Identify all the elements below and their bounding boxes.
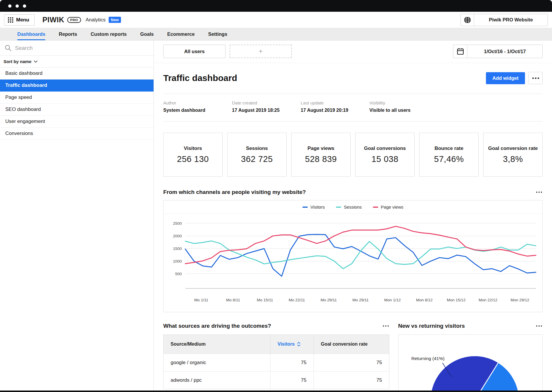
y-axis-tick-label: 2000 <box>173 234 182 238</box>
x-axis-tick-label: Mon 1/12 <box>384 298 400 302</box>
cell-source: google / organic <box>164 360 270 366</box>
meta-value-date-created: 17 August 2019 18:25 <box>232 108 301 113</box>
cell-visitors: 75 <box>270 354 313 371</box>
column-header-source-medium[interactable]: Source/Medium <box>164 342 270 347</box>
divider <box>163 121 543 121</box>
legend-item-sessions[interactable]: Sessions <box>336 205 362 209</box>
line-chart-card: VisitorsSessionsPage views 5001000150020… <box>163 200 543 312</box>
kpi-label: Visitors <box>184 145 202 151</box>
new-badge: New <box>109 17 121 23</box>
sources-section-title: What sources are driving the outcomes? <box>163 323 271 329</box>
sidebar-item-user-engagement[interactable]: User engagement <box>0 116 154 128</box>
kpi-value: 528 839 <box>305 154 337 164</box>
legend-item-page-views[interactable]: Page views <box>373 205 403 209</box>
new-vs-returning-pie-chart[interactable]: Returning (41%) <box>398 335 542 392</box>
window-titlebar <box>0 0 552 12</box>
search-icon <box>5 45 11 51</box>
brand-wordmark: PIWIK <box>42 16 64 24</box>
kpi-value: 15 038 <box>371 154 398 164</box>
menu-label: Menu <box>16 17 29 23</box>
chevron-down-icon <box>34 59 38 63</box>
dashboard-options-button[interactable] <box>529 72 543 84</box>
globe-icon <box>461 14 474 26</box>
divider <box>163 94 543 94</box>
window-close-icon[interactable] <box>8 4 11 8</box>
window-maximize-icon[interactable] <box>23 4 26 8</box>
kpi-card-visitors: Visitors 256 130 <box>163 133 223 177</box>
sidebar-item-basic-dashboard[interactable]: Basic dashboard <box>0 67 154 80</box>
kpi-value: 3,8% <box>503 154 523 164</box>
kpi-value: 256 130 <box>177 154 209 164</box>
meta-value-visibility: Visible to all users <box>369 108 438 113</box>
window-minimize-icon[interactable] <box>16 4 19 8</box>
sources-table: Source/Medium Visitors Goa <box>163 334 389 389</box>
x-axis-tick-label: Mon 29/12 <box>511 298 529 302</box>
kpi-label: Sessions <box>246 145 268 151</box>
tab-custom-reports[interactable]: Custom reports <box>91 28 127 40</box>
kpi-cards: Visitors 256 130 Sessions 362 725 Page v… <box>163 133 543 177</box>
kpi-value: 57,46% <box>434 154 464 164</box>
pie-options-button[interactable] <box>536 324 543 329</box>
calendar-icon[interactable] <box>453 45 467 58</box>
add-widget-button[interactable]: Add widget <box>486 72 525 84</box>
search-input[interactable] <box>15 45 149 51</box>
kpi-card-page-views: Page views 528 839 <box>291 133 351 177</box>
tab-ecommerce[interactable]: Ecommerce <box>167 28 195 40</box>
main-nav: Dashboards Reports Custom reports Goals … <box>0 28 552 40</box>
legend-swatch <box>302 207 308 208</box>
pro-badge: PRO <box>67 17 81 23</box>
date-range-value[interactable]: 1/Oct/16 - 1/Oct/17 <box>467 45 542 58</box>
website-selector[interactable]: Piwik PRO Website <box>460 14 548 26</box>
piwik-pro-logo[interactable]: PIWIK PRO Analytics New <box>42 16 121 24</box>
pie-annotation-label: Returning (41%) <box>411 356 445 361</box>
product-name: Analytics <box>86 17 106 23</box>
sort-label: Sort by name <box>4 59 31 64</box>
legend-item-visitors[interactable]: Visitors <box>302 205 325 209</box>
pie-chart-card: Returning (41%) <box>398 334 543 392</box>
tab-dashboards[interactable]: Dashboards <box>17 28 45 40</box>
date-range-picker[interactable]: 1/Oct/16 - 1/Oct/17 <box>453 45 543 58</box>
segment-toolbar: All users + 1/Oct/16 - 1/Oct/17 <box>154 45 552 63</box>
sources-options-button[interactable] <box>382 324 390 329</box>
sidebar-item-page-speed[interactable]: Page speed <box>0 92 154 104</box>
tab-goals[interactable]: Goals <box>140 28 154 40</box>
add-segment-button[interactable]: + <box>230 45 292 58</box>
sort-by-name-control[interactable]: Sort by name <box>0 56 154 67</box>
sidebar-item-conversions[interactable]: Conversions <box>0 128 154 140</box>
column-header-visitors[interactable]: Visitors <box>270 335 313 354</box>
chart-options-button[interactable] <box>536 190 543 195</box>
dashboard-meta: Author System dashboard Date created 17 … <box>163 100 543 113</box>
meta-label-visibility: Visibility <box>369 100 438 105</box>
sort-arrows-icon <box>297 342 300 347</box>
x-axis-tick-label: Mo 15/11 <box>257 298 273 302</box>
tab-settings[interactable]: Settings <box>208 28 227 40</box>
traffic-line-chart[interactable]: 5001000150020002500Mo 1/11Mo 8/11Mo 15/1… <box>164 214 542 311</box>
x-axis-tick-label: Mon 8/12 <box>416 298 432 302</box>
x-axis-tick-label: Mo 22/11 <box>289 298 305 302</box>
cell-source: adwords / ppc <box>164 377 270 383</box>
meta-value-author: System dashboard <box>163 108 232 113</box>
table-row[interactable]: adwords / ppc 75 75 <box>164 371 389 389</box>
series-line-visitors <box>185 234 536 276</box>
website-name: Piwik PRO Website <box>474 14 548 26</box>
x-axis-tick-label: Mo 8/11 <box>226 298 240 302</box>
sidebar-item-seo-dashboard[interactable]: SEO dashboard <box>0 104 154 116</box>
menu-button[interactable]: Menu <box>4 14 35 26</box>
y-axis-tick-label: 2500 <box>173 221 182 226</box>
kpi-card-goal-conversions: Goal conversions 15 038 <box>355 133 415 177</box>
cell-goal-rate: 75 <box>314 371 389 389</box>
kpi-label: Page views <box>307 145 334 151</box>
kpi-label: Goal conversions <box>364 145 406 151</box>
tab-reports[interactable]: Reports <box>59 28 77 40</box>
kpi-card-bounce-rate: Bounce rate 57,46% <box>419 133 479 177</box>
legend-label: Visitors <box>310 205 325 209</box>
column-header-goal-conversion-rate[interactable]: Goal conversion rate <box>314 335 389 354</box>
table-row[interactable]: google / organic 75 75 <box>164 354 389 371</box>
kpi-card-sessions: Sessions 362 725 <box>227 133 287 177</box>
sidebar-item-traffic-dashboard[interactable]: Traffic dashboard <box>0 80 154 92</box>
all-users-segment-button[interactable]: All users <box>163 45 225 58</box>
dashboard-header: Traffic dashboard Add widget <box>163 72 543 84</box>
x-axis-tick-label: Mo 1/11 <box>194 298 208 302</box>
chart-section-title: From which channels are people visiting … <box>163 189 306 195</box>
column-header-label: Visitors <box>277 342 294 347</box>
